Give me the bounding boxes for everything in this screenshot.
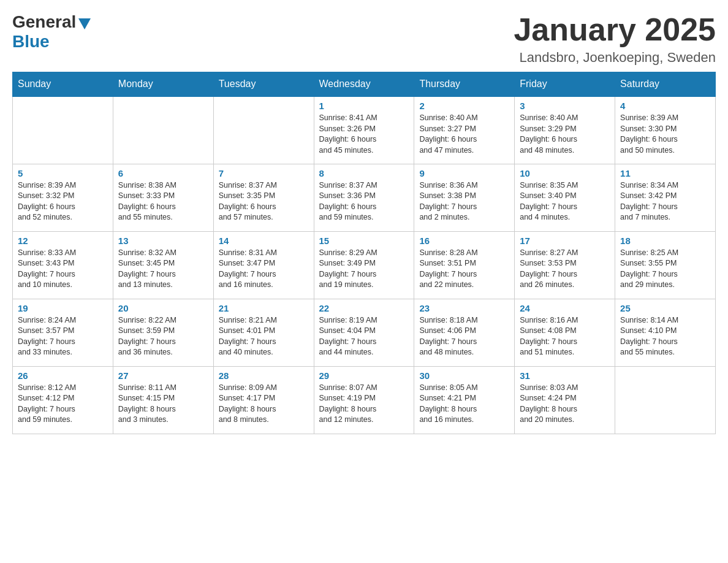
header-tuesday: Tuesday [213,72,314,97]
calendar-cell: 26Sunrise: 8:12 AM Sunset: 4:12 PM Dayli… [13,366,113,434]
day-info: Sunrise: 8:41 AM Sunset: 3:26 PM Dayligh… [319,113,409,156]
day-info: Sunrise: 8:14 AM Sunset: 4:10 PM Dayligh… [620,315,710,358]
day-number: 7 [219,168,309,178]
day-info: Sunrise: 8:18 AM Sunset: 4:06 PM Dayligh… [419,315,509,358]
calendar-cell: 28Sunrise: 8:09 AM Sunset: 4:17 PM Dayli… [213,366,314,434]
logo: General Blue [12,12,91,52]
day-info: Sunrise: 8:11 AM Sunset: 4:15 PM Dayligh… [118,383,208,426]
calendar-cell: 5Sunrise: 8:39 AM Sunset: 3:32 PM Daylig… [13,164,113,231]
day-number: 14 [219,236,309,246]
day-number: 12 [18,236,108,246]
calendar-cell: 11Sunrise: 8:34 AM Sunset: 3:42 PM Dayli… [615,164,716,231]
day-number: 31 [520,370,610,381]
day-info: Sunrise: 8:34 AM Sunset: 3:42 PM Dayligh… [620,180,710,223]
calendar-cell: 12Sunrise: 8:33 AM Sunset: 3:43 PM Dayli… [13,231,113,299]
calendar-cell: 27Sunrise: 8:11 AM Sunset: 4:15 PM Dayli… [113,366,213,434]
calendar-cell: 10Sunrise: 8:35 AM Sunset: 3:40 PM Dayli… [515,164,615,231]
day-info: Sunrise: 8:29 AM Sunset: 3:49 PM Dayligh… [319,248,409,291]
calendar-cell: 9Sunrise: 8:36 AM Sunset: 3:38 PM Daylig… [414,164,515,231]
day-number: 6 [118,168,208,178]
day-number: 23 [419,303,509,313]
day-number: 22 [319,303,409,313]
day-info: Sunrise: 8:27 AM Sunset: 3:53 PM Dayligh… [520,248,610,291]
day-info: Sunrise: 8:24 AM Sunset: 3:57 PM Dayligh… [18,315,108,358]
day-info: Sunrise: 8:09 AM Sunset: 4:17 PM Dayligh… [219,383,309,426]
calendar-cell: 7Sunrise: 8:37 AM Sunset: 3:35 PM Daylig… [213,164,314,231]
logo-arrow-icon [78,18,91,29]
header-monday: Monday [113,72,213,97]
day-number: 15 [319,236,409,246]
day-info: Sunrise: 8:19 AM Sunset: 4:04 PM Dayligh… [319,315,409,358]
calendar-cell: 13Sunrise: 8:32 AM Sunset: 3:45 PM Dayli… [113,231,213,299]
week-row-1: 1Sunrise: 8:41 AM Sunset: 3:26 PM Daylig… [13,96,716,164]
title-section: January 2025 Landsbro, Joenkoeping, Swed… [514,12,716,66]
day-number: 1 [319,101,409,111]
day-info: Sunrise: 8:31 AM Sunset: 3:47 PM Dayligh… [219,248,309,291]
day-number: 21 [219,303,309,313]
calendar-cell: 30Sunrise: 8:05 AM Sunset: 4:21 PM Dayli… [414,366,515,434]
calendar-header-row: SundayMondayTuesdayWednesdayThursdayFrid… [13,72,716,97]
calendar-cell: 22Sunrise: 8:19 AM Sunset: 4:04 PM Dayli… [314,299,414,366]
day-info: Sunrise: 8:36 AM Sunset: 3:38 PM Dayligh… [419,180,509,223]
day-number: 30 [419,370,509,381]
calendar-cell: 1Sunrise: 8:41 AM Sunset: 3:26 PM Daylig… [314,96,414,164]
calendar-cell: 21Sunrise: 8:21 AM Sunset: 4:01 PM Dayli… [213,299,314,366]
day-info: Sunrise: 8:38 AM Sunset: 3:33 PM Dayligh… [118,180,208,223]
day-info: Sunrise: 8:39 AM Sunset: 3:32 PM Dayligh… [18,180,108,223]
day-info: Sunrise: 8:03 AM Sunset: 4:24 PM Dayligh… [520,383,610,426]
day-number: 4 [620,101,710,111]
calendar-cell: 8Sunrise: 8:37 AM Sunset: 3:36 PM Daylig… [314,164,414,231]
day-info: Sunrise: 8:07 AM Sunset: 4:19 PM Dayligh… [319,383,409,426]
day-info: Sunrise: 8:16 AM Sunset: 4:08 PM Dayligh… [520,315,610,358]
calendar-cell: 6Sunrise: 8:38 AM Sunset: 3:33 PM Daylig… [113,164,213,231]
day-info: Sunrise: 8:28 AM Sunset: 3:51 PM Dayligh… [419,248,509,291]
day-number: 29 [319,370,409,381]
day-info: Sunrise: 8:37 AM Sunset: 3:36 PM Dayligh… [319,180,409,223]
header-saturday: Saturday [615,72,716,97]
day-info: Sunrise: 8:39 AM Sunset: 3:30 PM Dayligh… [620,113,710,156]
calendar-table: SundayMondayTuesdayWednesdayThursdayFrid… [12,72,716,434]
calendar-cell: 15Sunrise: 8:29 AM Sunset: 3:49 PM Dayli… [314,231,414,299]
day-number: 2 [419,101,509,111]
day-number: 20 [118,303,208,313]
day-number: 19 [18,303,108,313]
day-number: 24 [520,303,610,313]
calendar-cell: 23Sunrise: 8:18 AM Sunset: 4:06 PM Dayli… [414,299,515,366]
calendar-cell: 29Sunrise: 8:07 AM Sunset: 4:19 PM Dayli… [314,366,414,434]
day-info: Sunrise: 8:33 AM Sunset: 3:43 PM Dayligh… [18,248,108,291]
day-number: 28 [219,370,309,381]
day-number: 25 [620,303,710,313]
calendar-body: 1Sunrise: 8:41 AM Sunset: 3:26 PM Daylig… [13,96,716,434]
header-sunday: Sunday [13,72,113,97]
day-number: 16 [419,236,509,246]
day-info: Sunrise: 8:22 AM Sunset: 3:59 PM Dayligh… [118,315,208,358]
day-info: Sunrise: 8:35 AM Sunset: 3:40 PM Dayligh… [520,180,610,223]
calendar-cell [615,366,716,434]
calendar-cell [213,96,314,164]
day-info: Sunrise: 8:25 AM Sunset: 3:55 PM Dayligh… [620,248,710,291]
day-info: Sunrise: 8:32 AM Sunset: 3:45 PM Dayligh… [118,248,208,291]
calendar-subtitle: Landsbro, Joenkoeping, Sweden [514,50,716,66]
day-info: Sunrise: 8:40 AM Sunset: 3:27 PM Dayligh… [419,113,509,156]
day-info: Sunrise: 8:37 AM Sunset: 3:35 PM Dayligh… [219,180,309,223]
day-number: 9 [419,168,509,178]
calendar-cell [13,96,113,164]
day-info: Sunrise: 8:40 AM Sunset: 3:29 PM Dayligh… [520,113,610,156]
calendar-title: January 2025 [514,12,716,47]
day-number: 3 [520,101,610,111]
calendar-cell: 16Sunrise: 8:28 AM Sunset: 3:51 PM Dayli… [414,231,515,299]
calendar-cell: 3Sunrise: 8:40 AM Sunset: 3:29 PM Daylig… [515,96,615,164]
calendar-cell: 4Sunrise: 8:39 AM Sunset: 3:30 PM Daylig… [615,96,716,164]
day-info: Sunrise: 8:21 AM Sunset: 4:01 PM Dayligh… [219,315,309,358]
day-number: 11 [620,168,710,178]
calendar-cell [113,96,213,164]
day-number: 8 [319,168,409,178]
header-friday: Friday [515,72,615,97]
header-wednesday: Wednesday [314,72,414,97]
calendar-cell: 18Sunrise: 8:25 AM Sunset: 3:55 PM Dayli… [615,231,716,299]
calendar-cell: 19Sunrise: 8:24 AM Sunset: 3:57 PM Dayli… [13,299,113,366]
calendar-cell: 2Sunrise: 8:40 AM Sunset: 3:27 PM Daylig… [414,96,515,164]
week-row-3: 12Sunrise: 8:33 AM Sunset: 3:43 PM Dayli… [13,231,716,299]
day-number: 18 [620,236,710,246]
week-row-2: 5Sunrise: 8:39 AM Sunset: 3:32 PM Daylig… [13,164,716,231]
